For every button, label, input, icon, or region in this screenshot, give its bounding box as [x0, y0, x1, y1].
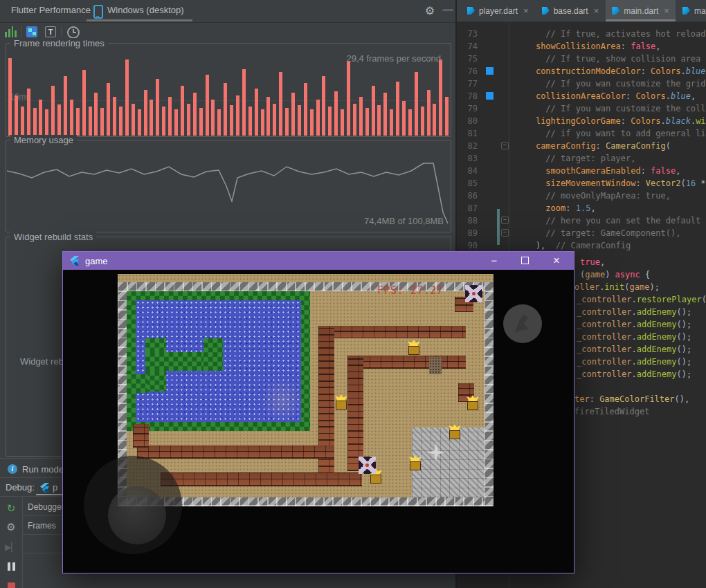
torch-sprite — [408, 340, 420, 355]
line-number[interactable]: 87 — [457, 202, 478, 214]
code-line[interactable]: _controller.addEnemy(); — [577, 356, 691, 368]
code-line[interactable]: 78 collisionAreaColor: Colors.blue, — [457, 90, 706, 102]
line-number[interactable]: 84 — [457, 165, 478, 177]
code-line[interactable]: 77 // If you wan customize the grid col — [457, 77, 706, 90]
code-line[interactable]: 83 // target: player, — [457, 152, 706, 165]
line-number[interactable]: 74 — [457, 40, 478, 53]
window-maximize-button[interactable] — [514, 252, 535, 270]
game-window-titlebar[interactable]: game − × — [63, 252, 574, 270]
line-number[interactable]: 85 — [457, 177, 478, 190]
code-line[interactable]: 79 // If you wan customize the collisio — [457, 102, 706, 115]
code-line[interactable]: 87 zoom: 1.5, — [457, 202, 706, 214]
tab-close-icon[interactable]: × — [664, 6, 669, 16]
window-minimize-button[interactable]: − — [484, 252, 505, 270]
map-brick — [161, 472, 362, 486]
line-number[interactable]: 89 — [457, 227, 478, 239]
code-line[interactable]: _controller.addEnemy(); — [577, 306, 691, 318]
pause-button[interactable] — [5, 560, 17, 573]
tab-close-icon[interactable]: × — [523, 6, 529, 16]
frame-time-bar — [70, 100, 73, 136]
code-line[interactable]: 82− cameraConfig: CameraConfig( — [457, 140, 706, 152]
frame-time-bar — [206, 75, 209, 136]
frame-time-bar — [193, 93, 197, 136]
line-number[interactable]: 73 — [457, 28, 478, 40]
line-number[interactable]: 88 — [457, 214, 478, 227]
resume-button[interactable]: ▶▏ — [5, 541, 17, 553]
line-number[interactable]: 75 — [457, 53, 478, 65]
code-line[interactable]: (game) async { — [580, 268, 650, 281]
code-line[interactable]: oller.init(game); — [574, 281, 660, 293]
code-line[interactable]: 90 ), // CameraConfig — [457, 239, 706, 252]
code-line[interactable]: ter: GameColorFilter(), — [574, 393, 689, 405]
code-line[interactable]: 76 constructionModeColor: Colors.blue, — [457, 65, 706, 77]
code-line[interactable]: _controller.addEnemy(); — [577, 318, 691, 331]
code-line[interactable]: 80 lightingColorGame: Colors.black.withO… — [457, 115, 706, 127]
clock-icon[interactable] — [67, 26, 80, 39]
memory-toggle-icon[interactable] — [26, 26, 37, 37]
line-number[interactable]: 79 — [457, 102, 478, 115]
line-number[interactable]: 78 — [457, 90, 478, 102]
color-preview-chip[interactable] — [486, 67, 494, 75]
line-number[interactable]: 80 — [457, 115, 478, 127]
fold-marker-icon[interactable]: − — [501, 229, 509, 237]
tab-frames[interactable]: Frames — [28, 521, 62, 535]
settings-wrench-button[interactable]: ⚙ — [5, 521, 17, 533]
editor-tab-player.dart[interactable]: player.dart× — [461, 0, 535, 21]
code-line[interactable]: 88− // here you can set the default zoo — [457, 214, 706, 227]
window-close-button[interactable]: × — [546, 252, 567, 270]
fold-marker-icon[interactable]: − — [501, 142, 509, 149]
editor-tab-map[interactable]: map× — [676, 0, 706, 21]
code-line[interactable]: _controller.addEnemy(); — [577, 368, 691, 380]
tab-debugger[interactable]: Debugger — [28, 502, 62, 516]
code-line[interactable]: true, — [580, 256, 605, 268]
panel-minimize-icon[interactable]: — — [442, 3, 454, 18]
flutter-logo-icon — [70, 256, 79, 266]
map-grass — [203, 338, 223, 371]
code-line[interactable]: 89− // target: GameComponent(), — [457, 227, 706, 239]
stop-button[interactable] — [5, 580, 17, 588]
widget-rebuild-toggle-icon[interactable]: T — [45, 26, 56, 37]
frame-time-bar — [421, 107, 424, 136]
code-line[interactable]: 75 // If true, show collision area of t — [457, 53, 706, 65]
code-line[interactable]: 86 // moveOnlyMapArea: true, — [457, 190, 706, 202]
tab-close-icon[interactable]: × — [594, 6, 599, 16]
frame-time-bar — [427, 90, 431, 136]
editor-tab-base.dart[interactable]: base.dart× — [536, 0, 606, 21]
code-line[interactable]: 85 sizeMovementWindow: Vector2(16 * — [457, 177, 706, 190]
line-number[interactable]: 76 — [457, 65, 478, 77]
fold-marker-icon[interactable]: − — [501, 217, 509, 224]
enemy-spider-sprite — [465, 285, 482, 302]
map-stoneborder — [485, 282, 494, 506]
code-line[interactable]: _controller.addEnemy(); — [577, 331, 691, 343]
device-tab-windows-desktop[interactable]: Windows (desktop) — [87, 0, 192, 21]
code-line[interactable]: 74 showCollisionArea: false, — [457, 40, 706, 53]
code-line[interactable]: fireTiledWidget — [574, 405, 649, 418]
line-number[interactable]: 86 — [457, 190, 478, 202]
frame-time-bar — [310, 109, 314, 136]
line-number[interactable]: 81 — [457, 127, 478, 140]
attack-button[interactable] — [503, 304, 542, 343]
editor-tab-label: main.dart — [624, 6, 658, 16]
line-number[interactable]: 83 — [457, 152, 478, 165]
joystick-knob[interactable] — [108, 486, 166, 544]
code-line[interactable]: 73 // If true, activates hot reload to s… — [457, 28, 706, 40]
frame-time-bar — [316, 100, 320, 136]
editor-tab-main.dart[interactable]: main.dart× — [606, 0, 676, 21]
code-line[interactable]: _controller.addEnemy(); — [577, 343, 691, 356]
editor-tabbar: player.dart×base.dart×main.dart×map× — [457, 0, 706, 22]
rerun-button[interactable]: ↻ — [5, 502, 17, 515]
frame-time-bar — [199, 108, 203, 136]
map-rubble — [429, 357, 442, 374]
color-preview-chip[interactable] — [486, 92, 494, 100]
performance-chart-icon[interactable] — [5, 26, 17, 37]
line-number[interactable]: 82 — [457, 140, 478, 152]
line-number[interactable]: 90 — [457, 239, 478, 252]
panel-settings-gear-icon[interactable]: ⚙ — [422, 4, 437, 19]
code-line[interactable]: _controller.restorePlayer() — [577, 293, 706, 306]
virtual-joystick[interactable] — [84, 456, 182, 554]
line-number[interactable]: 77 — [457, 77, 478, 90]
device-phone-icon — [93, 5, 103, 19]
code-line[interactable]: 81 // if you want to add general lighti — [457, 127, 706, 140]
code-line[interactable]: 84 smoothCameraEnabled: false, — [457, 165, 706, 177]
game-map: FPS: 27.27 — [63, 270, 574, 573]
